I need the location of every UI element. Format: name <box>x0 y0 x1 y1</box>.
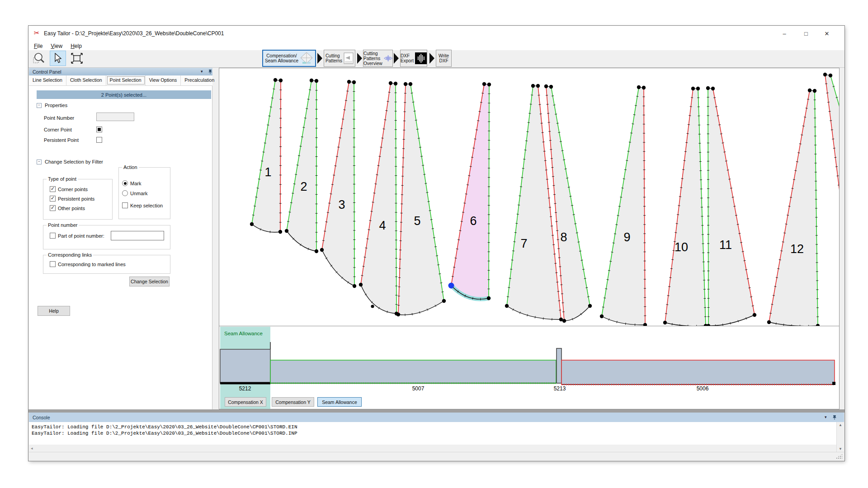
corner-point-dot <box>482 82 486 86</box>
maximize-button[interactable]: □ <box>796 26 816 42</box>
collapse-icon[interactable]: − <box>37 103 42 108</box>
chevron-down-icon[interactable]: ▾ <box>825 415 827 419</box>
dxf-export-icon <box>415 52 427 64</box>
minimize-button[interactable]: – <box>774 26 795 42</box>
pattern-piece-2[interactable]: 2 <box>285 79 318 253</box>
pin-icon[interactable] <box>208 69 212 75</box>
menu-help[interactable]: Help <box>66 42 86 50</box>
step-cutting-patterns-overview[interactable]: Cutting Patterns Overview <box>363 50 393 67</box>
pin-icon[interactable] <box>832 415 837 420</box>
part-of-point-number-option[interactable]: Part of point number: <box>50 233 104 239</box>
other-points-checkbox[interactable] <box>50 205 56 211</box>
pattern-piece-4[interactable]: 4 <box>359 81 398 315</box>
scroll-left-icon[interactable]: ◂ <box>31 446 33 450</box>
filter-section-header[interactable]: − Change Selection by Filter <box>37 159 103 164</box>
pattern-piece-12[interactable]: 12 <box>767 89 820 326</box>
compensation-y-button[interactable]: Compensation Y <box>272 397 314 407</box>
seam-tab-label[interactable]: Seam Allowance <box>224 331 263 336</box>
other-points-option[interactable]: Other points <box>50 205 85 211</box>
properties-title: Properties <box>45 103 67 108</box>
tab-line-selection[interactable]: Line Selection <box>29 75 66 85</box>
pattern-piece-6[interactable]: 6 <box>448 82 491 300</box>
keep-selection-checkbox[interactable] <box>122 202 128 208</box>
menu-file[interactable]: File <box>30 42 47 50</box>
piece-number-label: 3 <box>338 198 345 211</box>
corresponding-lines-checkbox[interactable] <box>50 261 56 267</box>
pattern-piece-11[interactable]: 11 <box>706 86 756 326</box>
corner-point-dot[interactable] <box>396 313 400 316</box>
step-write-dxf[interactable]: Write DXF <box>436 50 452 67</box>
corner-point-dot[interactable] <box>250 222 254 226</box>
selected-point-dot[interactable] <box>448 283 454 289</box>
selection-summary[interactable]: 2 Point(s) selected... <box>37 90 211 99</box>
compensation-x-button[interactable]: Compensation X <box>225 397 266 407</box>
tab-point-selection[interactable]: Point Selection <box>106 75 146 85</box>
panel-splitter[interactable] <box>28 409 844 413</box>
pattern-piece-edge[interactable] <box>823 73 839 194</box>
seam-allowance-button[interactable]: Seam Allowance <box>317 397 362 407</box>
scroll-up-icon[interactable]: ▲ <box>839 423 842 427</box>
change-selection-button[interactable]: Change Selection <box>129 277 170 286</box>
mark-option[interactable]: Mark <box>122 180 141 186</box>
step-compensation-seam-allowance[interactable]: Compensation/ Seam Allowance <box>262 50 316 67</box>
corner-point-dot <box>642 86 646 89</box>
keep-selection-option[interactable]: Keep selection <box>122 202 163 208</box>
corner-point-dot[interactable] <box>320 248 324 252</box>
corresponding-to-marked-lines-option[interactable]: Corresponding to marked lines <box>50 261 126 267</box>
segment-id-label: 5006 <box>697 385 709 392</box>
select-tool-button[interactable] <box>50 51 66 66</box>
corner-point-dot[interactable] <box>285 229 288 233</box>
corner-point-dot <box>706 86 710 90</box>
corner-points-checkbox[interactable] <box>50 186 56 192</box>
corner-points-option[interactable]: Corner points <box>50 186 88 192</box>
collapse-icon[interactable]: − <box>37 160 42 164</box>
corner-point-dot[interactable] <box>663 321 667 324</box>
help-button[interactable]: Help <box>38 306 70 316</box>
tab-precalculation[interactable]: Precalculation <box>181 75 218 85</box>
console-header[interactable]: Console ▾ <box>29 413 844 422</box>
console-horizontal-scrollbar[interactable]: ◂ <box>29 445 836 452</box>
pattern-piece-1[interactable]: 1 <box>250 78 283 234</box>
corner-point-dot[interactable] <box>505 304 509 308</box>
seam-segment-5006[interactable]: 5006 <box>561 360 835 392</box>
corner-point-dot <box>315 249 318 253</box>
unmark-radio[interactable] <box>122 190 128 196</box>
seam-segment-5007[interactable]: 5007 <box>270 360 556 392</box>
piece-number-label: 11 <box>719 238 732 252</box>
corner-point-dot[interactable] <box>359 283 363 286</box>
pattern-piece-5[interactable]: 5 <box>396 82 446 316</box>
persistent-point-checkbox[interactable] <box>96 137 102 143</box>
properties-section-header[interactable]: − Properties <box>37 103 67 108</box>
pattern-piece-9[interactable]: 9 <box>600 85 647 326</box>
console-vertical-scrollbar[interactable]: ▲ ▼ <box>836 422 844 452</box>
corner-point-checkbox[interactable] <box>96 127 102 132</box>
mark-radio[interactable] <box>122 180 128 186</box>
corner-point-dot <box>394 82 397 85</box>
chevron-down-icon[interactable]: ▾ <box>201 69 203 74</box>
tab-view-options[interactable]: View Options <box>146 75 181 85</box>
pattern-piece-10[interactable]: 10 <box>663 87 708 326</box>
corner-point-dot[interactable] <box>600 314 604 318</box>
part-of-point-number-checkbox[interactable] <box>50 233 56 239</box>
part-of-point-number-field[interactable] <box>111 231 164 240</box>
zoom-fit-tool-button[interactable] <box>69 51 85 66</box>
point-number-field[interactable] <box>96 113 134 121</box>
seam-allowance-svg[interactable]: Seam Allowance5212500752135006 <box>219 327 839 409</box>
corner-point-dot[interactable] <box>767 320 771 324</box>
zoom-tool-button[interactable] <box>31 51 47 66</box>
persistent-points-checkbox[interactable] <box>50 196 56 202</box>
corner-point-dot[interactable] <box>562 319 566 323</box>
menu-bar: File View Help <box>28 42 844 50</box>
pattern-pieces-svg[interactable]: 123456789101112 <box>219 68 839 326</box>
pattern-piece-3[interactable]: 3 <box>320 80 356 288</box>
persistent-points-option[interactable]: Persistent points <box>50 196 94 202</box>
scroll-down-icon[interactable]: ▼ <box>839 447 842 451</box>
control-panel-header[interactable]: Control Panel ▾ <box>29 68 212 75</box>
menu-view[interactable]: View <box>47 42 66 50</box>
unmark-label: Unmark <box>130 191 148 196</box>
step-cutting-patterns[interactable]: Cutting Patterns <box>324 50 355 67</box>
unmark-option[interactable]: Unmark <box>122 190 148 196</box>
close-button[interactable]: ✕ <box>816 26 837 42</box>
tab-cloth-selection[interactable]: Cloth Selection <box>66 75 106 85</box>
step-dxf-export[interactable]: DXF Export <box>400 50 427 67</box>
